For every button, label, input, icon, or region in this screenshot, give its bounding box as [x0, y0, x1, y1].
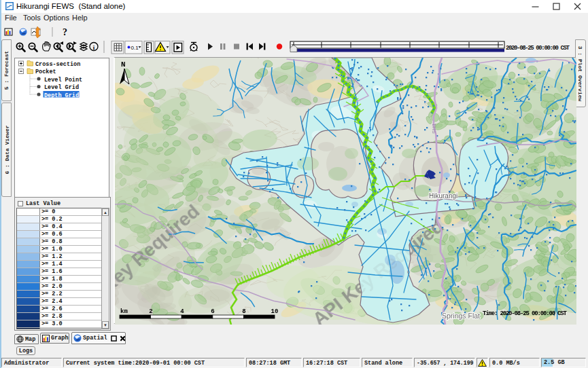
svg-text:Springs Flat: Springs Flat	[442, 312, 480, 320]
svg-text:8: 8	[242, 308, 245, 315]
svg-text:N: N	[121, 60, 126, 69]
svg-text:4: 4	[180, 308, 184, 315]
svg-text:?: ?	[63, 27, 67, 37]
svg-text:Time: 2020-08-25 00:00:00 CST: Time: 2020-08-25 00:00:00 CST	[483, 310, 568, 317]
svg-text:Depth Grid: Depth Grid	[44, 92, 79, 99]
svg-text:Level Point: Level Point	[44, 77, 82, 84]
svg-text:0.1: 0.1	[131, 45, 139, 51]
svg-text:i: i	[93, 44, 95, 51]
svg-text:6: 6	[211, 308, 214, 315]
svg-text:Pocket: Pocket	[35, 69, 56, 75]
svg-text:2020-08-25 00:00:00 CST: 2020-08-25 00:00:00 CST	[506, 45, 570, 52]
svg-text:SH1: SH1	[431, 123, 437, 134]
svg-text:Level Grid: Level Grid	[44, 84, 79, 91]
svg-text:Cross-section: Cross-section	[35, 61, 80, 68]
svg-text:10: 10	[271, 308, 279, 315]
svg-text:km: km	[120, 308, 128, 315]
svg-text:Hikurangi: Hikurangi	[429, 192, 457, 200]
svg-text:2: 2	[149, 308, 152, 315]
